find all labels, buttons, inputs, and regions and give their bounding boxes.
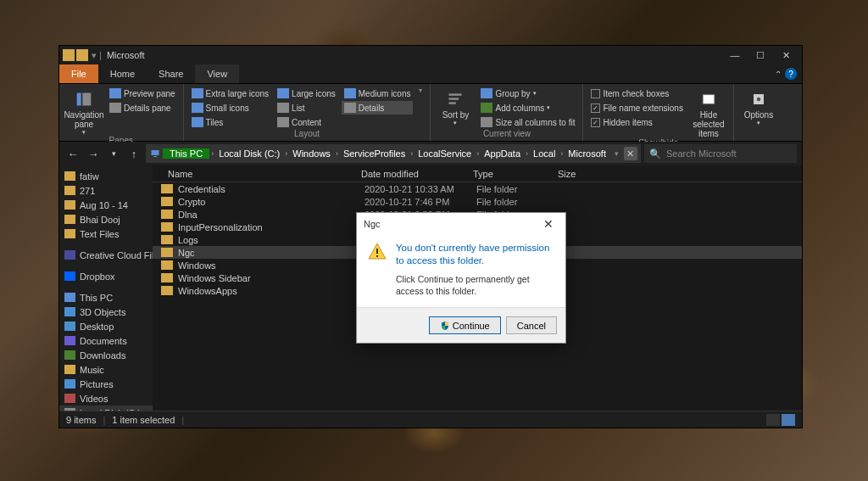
tab-file[interactable]: File — [59, 64, 98, 83]
file-row[interactable]: Crypto2020-10-21 7:46 PMFile folder — [153, 195, 802, 208]
list-button[interactable]: List — [275, 101, 338, 115]
ribbon-group-show-hide: Item check boxes ✓File name extensions ✓… — [583, 84, 734, 141]
address-bar: ← → ▾ ↑ This PC› Local Disk (C:)› Window… — [59, 142, 802, 165]
dialog-titlebar: Ngc ✕ — [357, 213, 565, 235]
column-header-name[interactable]: Name — [161, 169, 354, 179]
sidebar-item-downloads[interactable]: Downloads — [59, 348, 153, 362]
svg-rect-10 — [376, 249, 378, 254]
file-extensions-toggle[interactable]: ✓File name extensions — [588, 101, 686, 115]
history-dropdown[interactable]: ▾ — [105, 145, 122, 162]
breadcrumb-segment[interactable]: Local — [530, 148, 559, 159]
layout-expand-icon[interactable]: ▾ — [416, 87, 425, 94]
sidebar-item[interactable]: Bhai Dooj — [59, 212, 153, 227]
medium-icons-button[interactable]: Medium icons — [342, 87, 414, 100]
sidebar-item-dropbox[interactable]: Dropbox — [59, 269, 153, 283]
sidebar-item-this-pc[interactable]: This PC — [59, 290, 153, 305]
file-name: Dlna — [178, 210, 364, 220]
breadcrumb-dropdown-icon[interactable]: ▾ — [615, 149, 619, 158]
sidebar-item[interactable]: Aug 10 - 14 — [59, 198, 153, 212]
file-date: 2020-10-21 7:46 PM — [364, 197, 476, 207]
folder-icon — [161, 286, 173, 295]
small-icons-button[interactable]: Small icons — [189, 101, 271, 115]
file-row[interactable]: Credentials2020-10-21 10:33 AMFile folde… — [153, 182, 802, 195]
breadcrumb-segment[interactable]: This PC — [163, 148, 209, 159]
breadcrumb[interactable]: This PC› Local Disk (C:)› Windows› Servi… — [146, 144, 641, 163]
ribbon-collapse[interactable]: ⌃? — [770, 64, 802, 83]
svg-point-7 — [757, 98, 761, 102]
sidebar-item-pictures[interactable]: Pictures — [59, 377, 153, 391]
folder-icon — [161, 248, 173, 257]
large-icons-button[interactable]: Large icons — [275, 87, 338, 100]
continue-button[interactable]: Continue — [429, 316, 501, 334]
maximize-button[interactable]: ☐ — [748, 46, 773, 64]
group-by-button[interactable]: Group by ▾ — [478, 87, 577, 100]
breadcrumb-segment[interactable]: Microsoft — [565, 148, 609, 159]
refresh-button[interactable]: ✕ — [624, 147, 637, 160]
item-check-boxes-toggle[interactable]: Item check boxes — [588, 87, 686, 100]
dialog-title: Ngc — [364, 219, 381, 229]
details-view-toggle[interactable] — [766, 414, 780, 426]
svg-rect-1 — [82, 93, 91, 106]
tab-view[interactable]: View — [195, 64, 239, 83]
file-name: Logs — [178, 235, 364, 245]
add-columns-button[interactable]: Add columns ▾ — [478, 101, 577, 115]
ribbon: Navigation pane▾ Preview pane Details pa… — [59, 84, 802, 142]
dialog-heading: You don't currently have permission to a… — [396, 242, 555, 267]
chevron-right-icon: › — [211, 149, 214, 158]
svg-rect-9 — [153, 156, 157, 157]
folder-icon — [161, 197, 173, 206]
sort-by-button[interactable]: Sort by▾ — [436, 87, 475, 126]
breadcrumb-segment[interactable]: Windows — [289, 148, 334, 159]
up-button[interactable]: ↑ — [125, 145, 142, 162]
search-input[interactable]: 🔍 Search Microsoft — [644, 144, 797, 163]
chevron-right-icon: › — [476, 149, 479, 158]
breadcrumb-segment[interactable]: ServiceProfiles — [340, 148, 409, 159]
tab-home[interactable]: Home — [98, 64, 147, 83]
tab-share[interactable]: Share — [147, 64, 195, 83]
sidebar-item[interactable]: fatiw — [59, 169, 153, 183]
navigation-pane-button[interactable]: Navigation pane▾ — [64, 87, 103, 136]
size-columns-button[interactable]: Size all columns to fit — [478, 115, 577, 129]
extra-large-icons-button[interactable]: Extra large icons — [189, 87, 271, 100]
folder-icon — [161, 210, 173, 219]
svg-rect-8 — [152, 150, 159, 155]
svg-rect-0 — [77, 93, 81, 106]
hide-selected-button[interactable]: Hide selected items — [689, 87, 728, 138]
file-type: File folder — [476, 197, 561, 207]
sidebar-item-music[interactable]: Music — [59, 362, 153, 377]
sidebar-item-videos[interactable]: Videos — [59, 391, 153, 405]
breadcrumb-segment[interactable]: AppData — [481, 148, 524, 159]
forward-button[interactable]: → — [85, 145, 102, 162]
help-icon[interactable]: ? — [785, 68, 797, 80]
dialog-subtext: Click Continue to permanently get access… — [396, 274, 555, 297]
column-header-date[interactable]: Date modified — [354, 169, 466, 179]
thumbnails-view-toggle[interactable] — [782, 414, 795, 426]
close-button[interactable]: ✕ — [773, 46, 798, 64]
details-view-button[interactable]: Details — [342, 101, 414, 115]
options-button[interactable]: Options▾ — [739, 87, 778, 126]
dialog-close-button[interactable]: ✕ — [538, 214, 559, 234]
tiles-button[interactable]: Tiles — [189, 115, 271, 129]
hidden-items-toggle[interactable]: ✓Hidden items — [588, 115, 686, 129]
file-name: Credentials — [178, 184, 364, 194]
sidebar-item-documents[interactable]: Documents — [59, 333, 153, 348]
breadcrumb-segment[interactable]: Local Disk (C:) — [215, 148, 283, 159]
back-button[interactable]: ← — [64, 145, 81, 162]
sidebar-item[interactable]: Text Files — [59, 227, 153, 241]
svg-rect-4 — [449, 102, 456, 104]
file-name: Windows — [178, 260, 364, 271]
details-pane-button[interactable]: Details pane — [107, 101, 178, 115]
sidebar-item[interactable]: 271 — [59, 183, 153, 198]
minimize-button[interactable]: — — [722, 46, 748, 64]
chevron-right-icon: › — [410, 149, 413, 158]
preview-pane-button[interactable]: Preview pane — [107, 87, 178, 100]
column-header-size[interactable]: Size — [551, 169, 619, 179]
column-header-type[interactable]: Type — [466, 169, 551, 179]
sidebar-item-3d-objects[interactable]: 3D Objects — [59, 305, 153, 319]
cancel-button[interactable]: Cancel — [506, 316, 557, 334]
sidebar-item-desktop[interactable]: Desktop — [59, 319, 153, 333]
breadcrumb-segment[interactable]: LocalService — [415, 148, 475, 159]
content-button[interactable]: Content — [275, 115, 338, 129]
sidebar-item-creative-cloud[interactable]: Creative Cloud Fil — [59, 248, 153, 262]
chevron-right-icon: › — [560, 149, 563, 158]
